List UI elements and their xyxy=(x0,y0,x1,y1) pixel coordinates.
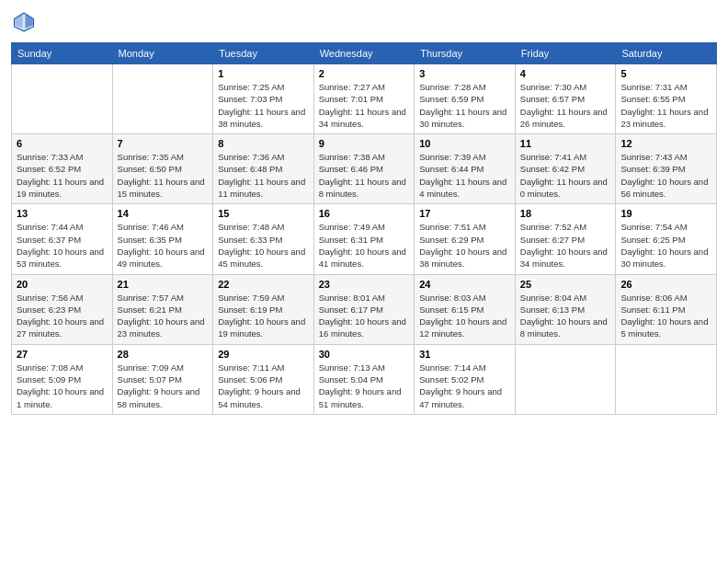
calendar-week-4: 20Sunrise: 7:56 AM Sunset: 6:23 PM Dayli… xyxy=(12,274,717,344)
day-info: Sunrise: 7:44 AM Sunset: 6:37 PM Dayligh… xyxy=(17,221,108,270)
day-number: 4 xyxy=(520,68,611,79)
calendar-day-cell xyxy=(616,344,717,414)
calendar-week-3: 13Sunrise: 7:44 AM Sunset: 6:37 PM Dayli… xyxy=(12,204,717,274)
day-number: 11 xyxy=(520,138,611,149)
calendar-day-cell: 22Sunrise: 7:59 AM Sunset: 6:19 PM Dayli… xyxy=(213,274,314,344)
calendar-day-cell: 24Sunrise: 8:03 AM Sunset: 6:15 PM Dayli… xyxy=(415,274,516,344)
calendar-day-cell: 30Sunrise: 7:13 AM Sunset: 5:04 PM Dayli… xyxy=(313,344,415,414)
day-info: Sunrise: 7:43 AM Sunset: 6:39 PM Dayligh… xyxy=(620,151,711,200)
day-info: Sunrise: 7:28 AM Sunset: 6:59 PM Dayligh… xyxy=(419,81,510,130)
calendar-header-row: SundayMondayTuesdayWednesdayThursdayFrid… xyxy=(12,43,717,64)
day-info: Sunrise: 7:14 AM Sunset: 5:02 PM Dayligh… xyxy=(419,362,510,410)
day-info: Sunrise: 7:13 AM Sunset: 5:04 PM Dayligh… xyxy=(319,362,410,410)
calendar-day-cell: 12Sunrise: 7:43 AM Sunset: 6:39 PM Dayli… xyxy=(616,134,717,204)
day-info: Sunrise: 7:39 AM Sunset: 6:44 PM Dayligh… xyxy=(419,151,510,200)
calendar-day-cell: 1Sunrise: 7:25 AM Sunset: 7:03 PM Daylig… xyxy=(213,64,314,134)
day-number: 5 xyxy=(620,68,711,79)
day-number: 8 xyxy=(218,138,309,149)
calendar-day-cell xyxy=(12,64,113,134)
day-number: 24 xyxy=(419,279,510,290)
calendar-day-cell: 14Sunrise: 7:46 AM Sunset: 6:35 PM Dayli… xyxy=(112,204,213,274)
day-number: 28 xyxy=(118,349,209,360)
calendar-header-wednesday: Wednesday xyxy=(313,43,415,64)
day-info: Sunrise: 7:41 AM Sunset: 6:42 PM Dayligh… xyxy=(520,151,611,200)
day-number: 17 xyxy=(419,208,510,219)
calendar-day-cell: 4Sunrise: 7:30 AM Sunset: 6:57 PM Daylig… xyxy=(515,64,616,134)
calendar-day-cell xyxy=(515,344,616,414)
day-number: 6 xyxy=(17,138,108,149)
day-info: Sunrise: 8:03 AM Sunset: 6:15 PM Dayligh… xyxy=(419,292,510,340)
day-number: 30 xyxy=(319,349,410,360)
day-info: Sunrise: 7:35 AM Sunset: 6:50 PM Dayligh… xyxy=(118,151,209,200)
calendar-day-cell: 29Sunrise: 7:11 AM Sunset: 5:06 PM Dayli… xyxy=(213,344,314,414)
day-number: 26 xyxy=(620,279,711,290)
day-info: Sunrise: 7:11 AM Sunset: 5:06 PM Dayligh… xyxy=(218,362,309,410)
calendar-day-cell: 16Sunrise: 7:49 AM Sunset: 6:31 PM Dayli… xyxy=(313,204,415,274)
day-number: 7 xyxy=(118,138,209,149)
day-info: Sunrise: 7:49 AM Sunset: 6:31 PM Dayligh… xyxy=(319,221,410,270)
day-info: Sunrise: 8:01 AM Sunset: 6:17 PM Dayligh… xyxy=(319,292,410,340)
calendar-day-cell: 31Sunrise: 7:14 AM Sunset: 5:02 PM Dayli… xyxy=(415,344,516,414)
calendar-day-cell: 3Sunrise: 7:28 AM Sunset: 6:59 PM Daylig… xyxy=(415,64,516,134)
day-info: Sunrise: 7:59 AM Sunset: 6:19 PM Dayligh… xyxy=(218,292,309,340)
day-info: Sunrise: 8:04 AM Sunset: 6:13 PM Dayligh… xyxy=(520,292,611,340)
day-info: Sunrise: 7:54 AM Sunset: 6:25 PM Dayligh… xyxy=(620,221,711,270)
calendar-day-cell: 28Sunrise: 7:09 AM Sunset: 5:07 PM Dayli… xyxy=(112,344,213,414)
day-info: Sunrise: 7:36 AM Sunset: 6:48 PM Dayligh… xyxy=(218,151,309,200)
calendar-header-saturday: Saturday xyxy=(616,43,717,64)
day-number: 31 xyxy=(419,349,510,360)
day-number: 10 xyxy=(419,138,510,149)
calendar-day-cell: 18Sunrise: 7:52 AM Sunset: 6:27 PM Dayli… xyxy=(515,204,616,274)
day-number: 1 xyxy=(218,68,309,79)
day-info: Sunrise: 7:38 AM Sunset: 6:46 PM Dayligh… xyxy=(319,151,410,200)
calendar-day-cell: 17Sunrise: 7:51 AM Sunset: 6:29 PM Dayli… xyxy=(415,204,516,274)
day-info: Sunrise: 7:57 AM Sunset: 6:21 PM Dayligh… xyxy=(118,292,209,340)
day-info: Sunrise: 7:48 AM Sunset: 6:33 PM Dayligh… xyxy=(218,221,309,270)
day-number: 16 xyxy=(319,208,410,219)
calendar-day-cell: 20Sunrise: 7:56 AM Sunset: 6:23 PM Dayli… xyxy=(12,274,113,344)
day-number: 27 xyxy=(17,349,108,360)
calendar-week-1: 1Sunrise: 7:25 AM Sunset: 7:03 PM Daylig… xyxy=(12,64,717,134)
calendar-day-cell: 10Sunrise: 7:39 AM Sunset: 6:44 PM Dayli… xyxy=(415,134,516,204)
calendar-header-friday: Friday xyxy=(515,43,616,64)
page-container: SundayMondayTuesdayWednesdayThursdayFrid… xyxy=(0,0,728,424)
calendar-header-monday: Monday xyxy=(112,43,213,64)
calendar-day-cell: 26Sunrise: 8:06 AM Sunset: 6:11 PM Dayli… xyxy=(616,274,717,344)
day-info: Sunrise: 7:25 AM Sunset: 7:03 PM Dayligh… xyxy=(218,81,309,130)
calendar-day-cell: 21Sunrise: 7:57 AM Sunset: 6:21 PM Dayli… xyxy=(112,274,213,344)
calendar-day-cell: 2Sunrise: 7:27 AM Sunset: 7:01 PM Daylig… xyxy=(313,64,415,134)
day-info: Sunrise: 7:52 AM Sunset: 6:27 PM Dayligh… xyxy=(520,221,611,270)
day-number: 3 xyxy=(419,68,510,79)
day-number: 19 xyxy=(620,208,711,219)
calendar-day-cell: 19Sunrise: 7:54 AM Sunset: 6:25 PM Dayli… xyxy=(616,204,717,274)
calendar-week-2: 6Sunrise: 7:33 AM Sunset: 6:52 PM Daylig… xyxy=(12,134,717,204)
calendar-header-sunday: Sunday xyxy=(12,43,113,64)
calendar-header-thursday: Thursday xyxy=(415,43,516,64)
day-info: Sunrise: 7:46 AM Sunset: 6:35 PM Dayligh… xyxy=(118,221,209,270)
calendar-day-cell: 6Sunrise: 7:33 AM Sunset: 6:52 PM Daylig… xyxy=(12,134,113,204)
calendar-day-cell: 9Sunrise: 7:38 AM Sunset: 6:46 PM Daylig… xyxy=(313,134,415,204)
day-info: Sunrise: 7:33 AM Sunset: 6:52 PM Dayligh… xyxy=(17,151,108,200)
day-info: Sunrise: 7:56 AM Sunset: 6:23 PM Dayligh… xyxy=(17,292,108,340)
day-number: 18 xyxy=(520,208,611,219)
calendar-day-cell: 25Sunrise: 8:04 AM Sunset: 6:13 PM Dayli… xyxy=(515,274,616,344)
calendar-day-cell: 15Sunrise: 7:48 AM Sunset: 6:33 PM Dayli… xyxy=(213,204,314,274)
calendar-day-cell: 8Sunrise: 7:36 AM Sunset: 6:48 PM Daylig… xyxy=(213,134,314,204)
day-info: Sunrise: 7:51 AM Sunset: 6:29 PM Dayligh… xyxy=(419,221,510,270)
calendar-week-5: 27Sunrise: 7:08 AM Sunset: 5:09 PM Dayli… xyxy=(12,344,717,414)
day-number: 12 xyxy=(620,138,711,149)
day-info: Sunrise: 7:31 AM Sunset: 6:55 PM Dayligh… xyxy=(620,81,711,130)
calendar-day-cell: 7Sunrise: 7:35 AM Sunset: 6:50 PM Daylig… xyxy=(112,134,213,204)
calendar-day-cell: 23Sunrise: 8:01 AM Sunset: 6:17 PM Dayli… xyxy=(313,274,415,344)
day-info: Sunrise: 7:09 AM Sunset: 5:07 PM Dayligh… xyxy=(118,362,209,410)
day-info: Sunrise: 7:27 AM Sunset: 7:01 PM Dayligh… xyxy=(319,81,410,130)
calendar-day-cell: 5Sunrise: 7:31 AM Sunset: 6:55 PM Daylig… xyxy=(616,64,717,134)
day-info: Sunrise: 8:06 AM Sunset: 6:11 PM Dayligh… xyxy=(620,292,711,340)
calendar-header-tuesday: Tuesday xyxy=(213,43,314,64)
day-number: 14 xyxy=(118,208,209,219)
page-header xyxy=(11,9,717,35)
day-number: 21 xyxy=(118,279,209,290)
day-number: 13 xyxy=(17,208,108,219)
day-info: Sunrise: 7:08 AM Sunset: 5:09 PM Dayligh… xyxy=(17,362,108,410)
calendar-day-cell: 27Sunrise: 7:08 AM Sunset: 5:09 PM Dayli… xyxy=(12,344,113,414)
